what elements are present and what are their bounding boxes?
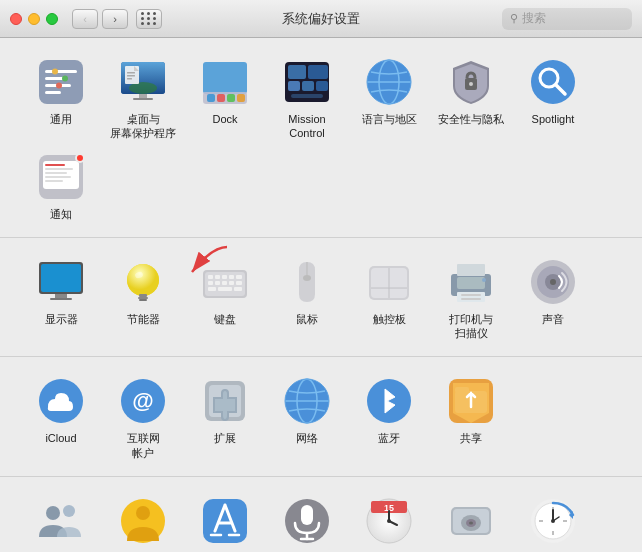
icon-item-display[interactable]: 显示器 — [20, 252, 102, 332]
svg-rect-57 — [139, 299, 147, 301]
nav-buttons: ‹ › — [72, 9, 128, 29]
icon-item-mouse[interactable]: 鼠标 — [266, 252, 348, 332]
energy-icon — [117, 256, 169, 308]
back-button[interactable]: ‹ — [72, 9, 98, 29]
desktop-label: 桌面与屏幕保护程序 — [110, 112, 176, 141]
svg-point-106 — [63, 505, 75, 517]
svg-rect-51 — [50, 298, 72, 300]
icon-item-mission[interactable]: MissionControl — [266, 52, 348, 147]
svg-rect-113 — [301, 505, 313, 525]
icon-item-network[interactable]: 网络 — [266, 371, 348, 451]
icon-item-icloud[interactable]: iCloud — [20, 371, 102, 451]
icon-item-desktop[interactable]: 桌面与屏幕保护程序 — [102, 52, 184, 147]
close-button[interactable] — [10, 13, 22, 25]
spotlight-label: Spotlight — [532, 112, 575, 126]
svg-rect-0 — [39, 60, 83, 104]
svg-rect-65 — [236, 275, 242, 279]
svg-rect-27 — [308, 65, 328, 79]
svg-rect-11 — [139, 94, 147, 98]
svg-point-128 — [469, 522, 473, 525]
notification-icon — [35, 151, 87, 203]
minimize-button[interactable] — [28, 13, 40, 25]
svg-rect-66 — [208, 281, 213, 285]
sound-label: 声音 — [542, 312, 564, 326]
svg-rect-21 — [207, 94, 215, 102]
icon-item-dictation[interactable]: 听写与语音 — [266, 491, 348, 552]
svg-rect-55 — [139, 294, 147, 297]
svg-rect-26 — [288, 65, 306, 79]
icon-item-sound[interactable]: 声音 — [512, 252, 594, 332]
svg-rect-18 — [203, 62, 247, 94]
grid-view-button[interactable] — [136, 9, 162, 29]
section-system: 用户与群组 家长控制 — [0, 477, 642, 552]
svg-rect-70 — [236, 281, 242, 285]
icon-item-trackpad[interactable]: 触控板 — [348, 252, 430, 332]
notification-label: 通知 — [50, 207, 72, 221]
icon-item-security[interactable]: 安全性与隐私 — [430, 52, 512, 132]
icon-item-keyboard[interactable]: 键盘 — [184, 252, 266, 332]
svg-rect-56 — [138, 297, 148, 299]
bluetooth-label: 蓝牙 — [378, 431, 400, 445]
icon-item-bluetooth[interactable]: 蓝牙 — [348, 371, 430, 451]
svg-rect-23 — [227, 94, 235, 102]
icon-item-datetime[interactable]: 15 日期与时间 — [348, 491, 430, 552]
icon-item-users[interactable]: 用户与群组 — [20, 491, 102, 552]
dock-label: Dock — [212, 112, 237, 126]
users-icon — [35, 495, 87, 547]
svg-rect-29 — [302, 81, 314, 91]
icon-item-appstore[interactable]: App Store — [184, 491, 266, 552]
icon-item-printer[interactable]: 打印机与扫描仪 — [430, 252, 512, 347]
keyboard-label: 键盘 — [214, 312, 236, 326]
network-icon — [281, 375, 333, 427]
icon-item-energy[interactable]: 节能器 — [102, 252, 184, 332]
language-label: 语言与地区 — [362, 112, 417, 126]
extensions-icon — [199, 375, 251, 427]
svg-point-38 — [531, 60, 575, 104]
icon-item-notification[interactable]: 通知 — [20, 147, 102, 227]
hardware-icons-row: 显示器 — [20, 252, 622, 347]
svg-rect-84 — [461, 294, 481, 296]
section-internet: iCloud @ 互联网帐户 — [0, 357, 642, 477]
keyboard-icon — [199, 256, 251, 308]
dictation-icon — [281, 495, 333, 547]
svg-rect-30 — [316, 81, 328, 91]
svg-rect-17 — [127, 78, 132, 80]
svg-rect-68 — [222, 281, 227, 285]
section-personal: 通用 — [0, 38, 642, 238]
svg-rect-47 — [45, 180, 63, 182]
svg-rect-73 — [234, 287, 242, 291]
svg-rect-50 — [55, 294, 67, 298]
language-icon — [363, 56, 415, 108]
icon-item-spotlight[interactable]: Spotlight — [512, 52, 594, 132]
maximize-button[interactable] — [46, 13, 58, 25]
dock-icon — [199, 56, 251, 108]
svg-rect-31 — [291, 94, 323, 98]
search-placeholder: 搜索 — [522, 10, 546, 27]
icon-item-timemachine[interactable]: Time Machine — [512, 491, 594, 552]
svg-rect-1 — [45, 70, 77, 73]
mission-icon — [281, 56, 333, 108]
svg-rect-63 — [222, 275, 227, 279]
icon-item-extensions[interactable]: 扩展 — [184, 371, 266, 451]
personal-icons-row: 通用 — [20, 52, 622, 227]
icon-item-general[interactable]: 通用 — [20, 52, 102, 132]
section-hardware: 显示器 — [0, 238, 642, 358]
svg-point-100 — [367, 379, 411, 423]
icon-item-sharing[interactable]: ⚠ 共享 — [430, 371, 512, 451]
svg-rect-24 — [237, 94, 245, 102]
icloud-icon — [35, 375, 87, 427]
icon-item-internet[interactable]: @ 互联网帐户 — [102, 371, 184, 466]
search-bar[interactable]: ⚲ 搜索 — [502, 8, 632, 30]
general-icon — [35, 56, 87, 108]
internet-icons-row: iCloud @ 互联网帐户 — [20, 371, 622, 466]
sound-icon — [527, 256, 579, 308]
internet-label: 互联网帐户 — [127, 431, 160, 460]
icon-item-startup[interactable]: 启动磁盘 — [430, 491, 512, 552]
icon-item-language[interactable]: 语言与地区 — [348, 52, 430, 132]
svg-text:@: @ — [132, 388, 153, 413]
svg-point-7 — [56, 83, 62, 89]
icon-item-dock[interactable]: Dock — [184, 52, 266, 132]
svg-rect-16 — [127, 75, 135, 77]
forward-button[interactable]: › — [102, 9, 128, 29]
icon-item-parental[interactable]: 家长控制 — [102, 491, 184, 552]
